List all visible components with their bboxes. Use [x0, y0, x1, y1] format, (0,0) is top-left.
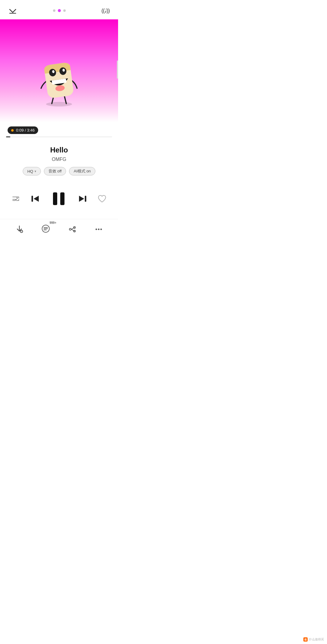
song-title: Hello: [6, 146, 112, 154]
svg-rect-18: [85, 196, 86, 202]
comments-button[interactable]: 999+: [41, 224, 50, 234]
song-info: Hello OMFG HQ ▾ 音效 off AI模式 on: [0, 137, 118, 178]
svg-point-29: [69, 228, 71, 230]
prev-button[interactable]: [27, 190, 44, 207]
top-bar: ((♩)): [0, 0, 118, 19]
share-icon: [68, 225, 77, 234]
playback-controls: [0, 178, 118, 216]
scrollbar-hint: [117, 60, 118, 79]
progress-bar[interactable]: [6, 136, 112, 137]
svg-point-31: [98, 228, 100, 230]
quality-tag[interactable]: HQ ▾: [23, 167, 41, 175]
comment-icon: [41, 224, 50, 233]
progress-fill: [6, 136, 10, 137]
share-button[interactable]: [68, 225, 77, 234]
progress-area[interactable]: 0:09 / 3:46: [0, 122, 118, 137]
svg-marker-19: [79, 196, 84, 202]
sound-effect-label: 音效 off: [48, 168, 62, 174]
dot-1[interactable]: [53, 9, 55, 12]
pause-button[interactable]: [48, 188, 70, 210]
next-icon: [77, 193, 89, 205]
bottom-actions: 999+: [0, 219, 118, 243]
sound-effect-tag[interactable]: 音效 off: [44, 167, 66, 175]
svg-rect-14: [31, 196, 33, 202]
ai-mode-label: AI模式 on: [74, 168, 91, 174]
time-display: 0:09 / 3:46: [8, 126, 38, 134]
song-artist: OMFG: [6, 157, 112, 162]
pause-icon: [50, 190, 68, 208]
svg-point-32: [101, 228, 102, 230]
cast-icon: ((♩)): [101, 7, 110, 14]
svg-rect-16: [53, 192, 57, 205]
quality-label: HQ: [27, 169, 33, 174]
ai-mode-tag[interactable]: AI模式 on: [69, 167, 95, 175]
minimize-button[interactable]: [6, 5, 19, 16]
prev-icon: [29, 193, 41, 205]
shuffle-icon: [12, 195, 20, 203]
shuffle-button[interactable]: [9, 192, 22, 205]
svg-point-1: [46, 102, 72, 106]
next-button[interactable]: [74, 190, 91, 207]
quality-chevron: ▾: [35, 169, 36, 173]
download-icon: [15, 225, 24, 234]
dot-3[interactable]: [63, 9, 66, 12]
like-button[interactable]: [95, 192, 109, 206]
cast-button[interactable]: ((♩)): [99, 5, 112, 16]
more-icon: [94, 225, 103, 234]
page-indicators: [53, 9, 66, 12]
download-button[interactable]: [15, 225, 24, 234]
album-art: [0, 19, 118, 122]
dot-2[interactable]: [58, 9, 61, 12]
comment-badge: 999+: [50, 221, 57, 224]
bread-character: [29, 41, 89, 107]
more-button[interactable]: [94, 225, 103, 234]
heart-icon: [97, 194, 107, 203]
svg-point-30: [96, 228, 97, 230]
svg-marker-15: [34, 196, 39, 202]
song-tags: HQ ▾ 音效 off AI模式 on: [6, 167, 112, 175]
svg-rect-17: [60, 192, 64, 205]
